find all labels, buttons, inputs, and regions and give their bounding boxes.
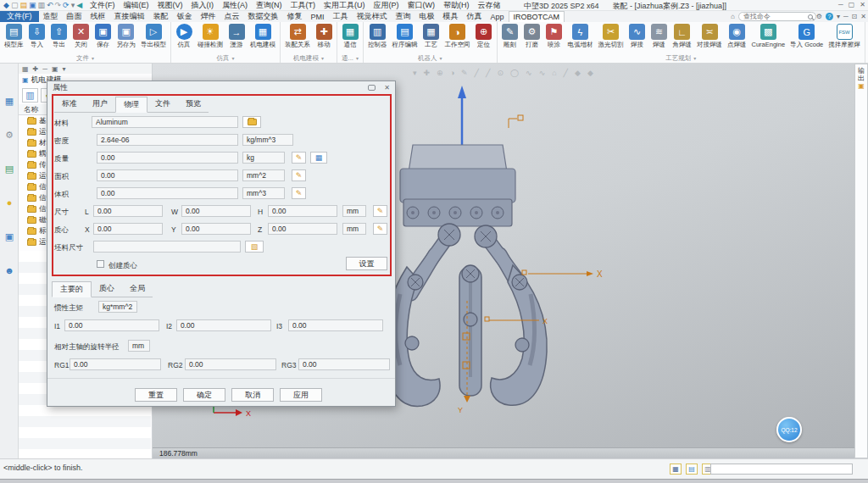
panel-filter-button[interactable]: ▥ [22, 88, 38, 103]
viewport-tool-icon[interactable]: ⌂ [552, 69, 556, 77]
centroid-z-input[interactable] [268, 223, 337, 235]
group-expander-icon[interactable]: ▾ [439, 55, 442, 61]
home-icon[interactable]: ⌂ [731, 13, 735, 20]
ribbon-tab[interactable]: PMI [307, 11, 329, 22]
viewport-tool-icon[interactable]: ✚ [424, 69, 431, 77]
group-expander-icon[interactable]: ▾ [356, 55, 359, 61]
viewport-tool-icon[interactable]: ◯ [510, 69, 519, 77]
menubar-item[interactable]: 视图(V) [153, 0, 187, 11]
ribbon-item[interactable]: ▤模型库 [2, 23, 26, 53]
caret-down-icon[interactable]: ▾ [837, 13, 840, 20]
ribbon-tab[interactable]: 数据交换 [244, 11, 283, 22]
settings-button[interactable]: 设置 [346, 257, 387, 270]
i2-input[interactable] [176, 319, 271, 331]
dialog-close-icon[interactable]: ✕ [384, 84, 390, 92]
viewport-tool-icon[interactable]: ∿ [526, 69, 532, 77]
dock-mechatronics-icon[interactable]: ▦ [3, 94, 16, 108]
viewport-tool-icon[interactable]: ╱ [486, 69, 490, 77]
volume-input[interactable] [97, 187, 238, 199]
viewport-tool-icon[interactable]: ◆ [575, 69, 581, 77]
ribbon-item[interactable]: ∿焊接 [626, 23, 648, 53]
ribbon-item[interactable]: FSW搅拌摩擦焊 [826, 23, 863, 53]
dock-gallery-icon[interactable]: ▣ [3, 230, 16, 243]
panel-add-icon[interactable]: ✚ [33, 65, 39, 73]
tab-preview[interactable]: 预览 [178, 97, 209, 113]
ribbon-item[interactable]: ▶仿真 [173, 23, 195, 53]
ribbon-tab[interactable]: App [487, 11, 509, 22]
viewport-tool-icon[interactable]: ◆ [587, 69, 593, 77]
tab-principal[interactable]: 主要的 [52, 281, 92, 297]
stock-size-input[interactable] [93, 241, 241, 253]
volume-edit-button[interactable]: ✎ [292, 187, 306, 199]
menubar-item[interactable]: 文件(F) [86, 0, 120, 11]
ribbon-item[interactable]: ▣保存 [92, 23, 114, 53]
ribbon-item[interactable]: ☀碰撞检测 [195, 23, 225, 53]
ribbon-item[interactable]: ▦通信 [339, 23, 361, 53]
ribbon-tab[interactable]: 点云 [220, 11, 244, 22]
tab-global[interactable]: 全局 [122, 281, 153, 297]
centroid-edit-button[interactable]: ✎ [373, 223, 387, 235]
menubar-item[interactable]: 窗口(W) [403, 0, 440, 11]
help-badge-icon[interactable]: ? [826, 13, 833, 20]
ribbon-item[interactable]: ✚移动 [313, 23, 335, 53]
ribbon-tab[interactable]: 修复 [283, 11, 307, 22]
viewport-tool-icon[interactable]: ⊙ [497, 69, 504, 77]
comment-icon[interactable] [368, 85, 376, 91]
ribbon-item[interactable]: ▥控制器 [365, 23, 390, 53]
ribbon-tab[interactable]: 造型 [39, 11, 63, 22]
tab-file[interactable]: 文件(F) [0, 11, 39, 22]
mass-calculate-button[interactable]: ▦ [310, 152, 327, 164]
minimize-button[interactable]: ─ [838, 1, 843, 8]
size-w-input[interactable] [181, 205, 251, 217]
status-grid-icon[interactable]: ▦ [670, 464, 682, 475]
dock-tools-icon[interactable]: ● [3, 196, 16, 209]
material-browse-button[interactable] [242, 116, 261, 128]
save-icon[interactable]: ▣ [29, 1, 36, 9]
ribbon-item[interactable]: ◑工作空间 [442, 23, 473, 53]
command-search-input[interactable] [738, 12, 816, 21]
status-input[interactable] [710, 464, 853, 475]
status-monitor-icon[interactable]: ▤ [686, 464, 698, 475]
area-input[interactable] [97, 169, 238, 181]
ribbon-item[interactable]: →漫游 [225, 23, 248, 53]
ribbon-tab[interactable]: 直接编辑 [110, 11, 149, 22]
ribbon-item[interactable]: ⊕定位 [473, 23, 495, 53]
ribbon-item[interactable]: ▤程序编辑 [390, 23, 420, 53]
new-file-icon[interactable]: ▢ [11, 1, 19, 9]
ok-button[interactable]: 确定 [183, 388, 225, 402]
panel-pin-icon[interactable]: ▣ [52, 65, 58, 73]
close-button[interactable]: ✕ [860, 1, 865, 8]
viewport-tool-icon[interactable]: ◑ [450, 69, 454, 77]
regen-icon[interactable]: ⟳ [63, 1, 70, 9]
mass-edit-button[interactable]: ✎ [292, 152, 306, 164]
print-icon[interactable]: ▥ [37, 1, 45, 9]
stock-pick-button[interactable]: ▧ [245, 241, 264, 253]
viewport-tool-icon[interactable]: ╱ [564, 69, 568, 77]
ribbon-item[interactable]: ≍对接焊缝 [694, 23, 725, 53]
maximize-button[interactable]: ▢ [849, 1, 855, 8]
dock-user-icon[interactable]: ☻ [3, 264, 16, 277]
ribbon-item[interactable]: ⚙打磨 [521, 23, 543, 53]
ribbon-tab[interactable]: 视觉样式 [353, 11, 392, 22]
tab-user[interactable]: 用户 [85, 97, 115, 113]
centroid-x-input[interactable] [93, 223, 163, 235]
panel-caret-icon[interactable]: ▾ [63, 65, 66, 73]
rg1-input[interactable] [70, 358, 161, 370]
density-input[interactable] [97, 134, 238, 146]
centroid-y-input[interactable] [181, 223, 251, 235]
cancel-button[interactable]: 取消 [231, 388, 274, 402]
close-doc-icon[interactable]: ✕ [860, 13, 866, 20]
group-expander-icon[interactable]: ▾ [693, 55, 696, 61]
ribbon-item[interactable]: ⇄装配关系 [282, 23, 313, 53]
ribbon-item[interactable]: ϟ电弧增材 [565, 23, 596, 53]
apply-button[interactable]: 应用 [280, 388, 322, 402]
tab-physical[interactable]: 物理 [115, 97, 147, 113]
ribbon-item[interactable]: ▩CuraEngine [749, 23, 788, 53]
ribbon-tab[interactable]: 模具 [439, 11, 463, 22]
material-input[interactable] [92, 116, 238, 128]
viewport-tool-icon[interactable]: ╱ [475, 69, 479, 77]
create-centroid-checkbox[interactable] [97, 260, 104, 268]
tab-file[interactable]: 文件 [147, 97, 178, 113]
reset-button[interactable]: 重置 [135, 388, 177, 402]
ribbon-item[interactable]: ≋焊缝 [648, 23, 670, 53]
